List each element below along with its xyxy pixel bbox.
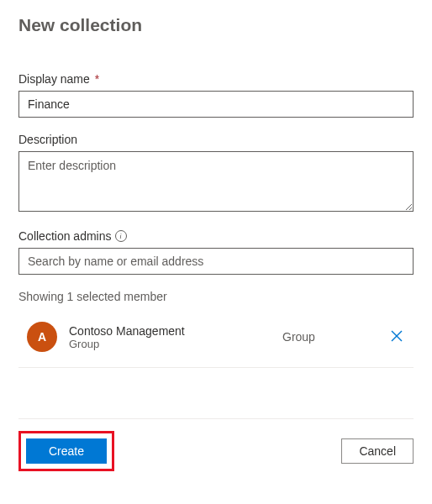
member-type: Group [282, 330, 383, 344]
remove-member-button[interactable] [383, 330, 410, 344]
footer-separator [18, 418, 414, 419]
member-subtext: Group [69, 338, 282, 350]
member-row: A Contoso Management Group Group [18, 315, 414, 368]
display-name-label: Display name * [18, 72, 414, 86]
member-name: Contoso Management [69, 324, 282, 338]
field-display-name: Display name * [18, 72, 414, 118]
close-icon [391, 330, 403, 342]
members-status: Showing 1 selected member [18, 290, 414, 303]
create-highlight: Create [18, 431, 114, 471]
field-collection-admins: Collection admins i [18, 229, 414, 275]
display-name-label-text: Display name [18, 72, 90, 86]
description-input[interactable] [18, 151, 414, 212]
page-title: New collection [18, 15, 414, 35]
member-info: Contoso Management Group [69, 324, 282, 350]
footer: Create Cancel [18, 431, 414, 471]
avatar: A [27, 322, 57, 352]
collection-admins-label-text: Collection admins [18, 229, 112, 243]
create-button[interactable]: Create [26, 438, 107, 464]
cancel-button[interactable]: Cancel [341, 438, 414, 464]
description-label: Description [18, 133, 414, 146]
required-asterisk: * [95, 72, 99, 86]
collection-admins-label: Collection admins i [18, 229, 414, 243]
display-name-input[interactable] [18, 91, 414, 118]
info-icon[interactable]: i [115, 230, 127, 242]
collection-admins-input[interactable] [18, 248, 414, 275]
field-description: Description [18, 133, 414, 214]
